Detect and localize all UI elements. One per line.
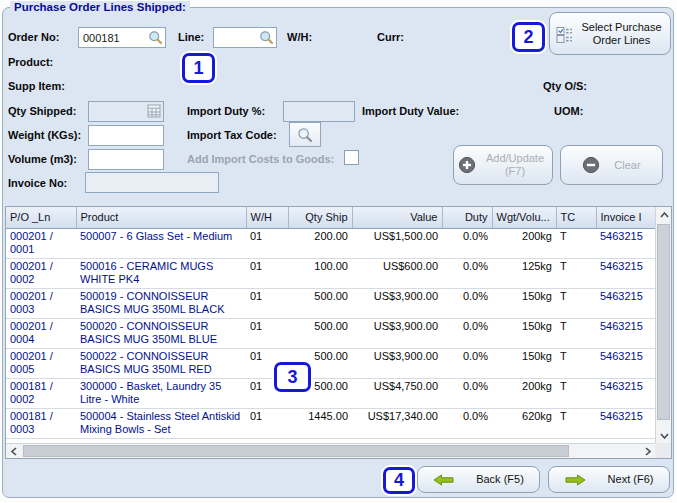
clear-button[interactable]: Clear: [560, 145, 663, 185]
horizontal-scrollbar[interactable]: [6, 443, 656, 458]
po-lines-table-grid: P/O _LnProductW/HQty ShipValueDutyWgt/Vo…: [6, 207, 657, 439]
clear-label: Clear: [614, 159, 640, 172]
add-update-button[interactable]: Add/Update (F7): [453, 145, 553, 185]
add-update-label: Add/Update (F7): [482, 152, 548, 178]
table-row[interactable]: 000201 / 0003500019 - CONNOISSEUR BASICS…: [6, 288, 656, 318]
cell-wgt_volume: 200kg: [492, 228, 556, 258]
order-no-search-icon[interactable]: [148, 30, 163, 49]
select-purchase-order-lines-label: Select Purchase Order Lines: [579, 21, 664, 47]
scroll-left-icon[interactable]: [6, 444, 22, 458]
cell-duty: 0.0%: [442, 318, 492, 348]
cell-po_ln: 000201 / 0001: [6, 228, 76, 258]
purchase-order-lines-shipped-window: Purchase Order Lines Shipped: Order No: …: [0, 0, 677, 503]
table-row[interactable]: 000201 / 0001500007 - 6 Glass Set - Medi…: [6, 228, 656, 258]
invoice-no-input[interactable]: [85, 172, 219, 193]
scrollbar-corner: [655, 443, 671, 458]
column-header-qty_ship[interactable]: Qty Ship: [288, 207, 352, 228]
cell-value: US$3,900.00: [352, 318, 442, 348]
product-label: Product:: [8, 56, 53, 68]
cell-product: 500007 - 6 Glass Set - Medium: [76, 228, 246, 258]
scroll-up-icon[interactable]: [656, 207, 672, 223]
order-no-label: Order No:: [8, 31, 59, 43]
import-duty-value-label: Import Duty Value:: [362, 105, 459, 117]
cell-po_ln: 000201 / 0002: [6, 258, 76, 288]
column-header-po_ln[interactable]: P/O _Ln: [6, 207, 76, 228]
cell-duty: 0.0%: [442, 258, 492, 288]
select-purchase-order-lines-button[interactable]: Select Purchase Order Lines: [549, 12, 671, 55]
group-box-title: Purchase Order Lines Shipped:: [10, 1, 190, 13]
cell-wgt_volume: 200kg: [492, 378, 556, 408]
column-header-wgt_volume[interactable]: Wgt/Volu...: [492, 207, 556, 228]
scroll-right-icon[interactable]: [640, 444, 656, 458]
arrow-left-icon: [433, 474, 454, 486]
cell-value: US$17,340.00: [352, 408, 442, 438]
cell-value: US$600.00: [352, 258, 442, 288]
annotation-badge-1: 1: [182, 53, 215, 83]
next-label: Next (F6): [608, 473, 654, 486]
line-label: Line:: [178, 31, 204, 43]
column-header-duty[interactable]: Duty: [442, 207, 492, 228]
cell-qty_ship: 500.00: [288, 318, 352, 348]
cell-value: US$3,900.00: [352, 288, 442, 318]
qty-os-label: Qty O/S:: [543, 80, 587, 92]
cell-qty_ship: 200.00: [288, 228, 352, 258]
volume-label: Volume (m3):: [8, 153, 77, 165]
checklist-icon: [556, 24, 573, 44]
cell-qty_ship: 1445.00: [288, 408, 352, 438]
cell-wh: 01: [246, 318, 288, 348]
column-header-tc[interactable]: TC: [556, 207, 596, 228]
calculator-icon[interactable]: [147, 104, 161, 122]
cell-value: US$4,750.00: [352, 378, 442, 408]
add-import-costs-checkbox[interactable]: [344, 150, 359, 165]
cell-invoice_no: 5463215: [596, 408, 656, 438]
cell-duty: 0.0%: [442, 348, 492, 378]
cell-po_ln: 000201 / 0005: [6, 348, 76, 378]
cell-value: US$1,500.00: [352, 228, 442, 258]
supp-item-label: Supp Item:: [8, 80, 65, 92]
cell-wgt_volume: 620kg: [492, 408, 556, 438]
cell-product: 500016 - CERAMIC MUGS WHITE PK4: [76, 258, 246, 288]
cell-invoice_no: 5463215: [596, 228, 656, 258]
annotation-badge-3: 3: [274, 362, 311, 392]
column-header-value[interactable]: Value: [352, 207, 442, 228]
table-row[interactable]: 000181 / 0002300000 - Basket, Laundry 35…: [6, 378, 656, 408]
cell-product: 500019 - CONNOISSEUR BASICS MUG 350ML BL…: [76, 288, 246, 318]
column-header-wh[interactable]: W/H: [246, 207, 288, 228]
cell-wh: 01: [246, 288, 288, 318]
table-row[interactable]: 000201 / 0004500020 - CONNOISSEUR BASICS…: [6, 318, 656, 348]
vertical-scrollbar-thumb[interactable]: [657, 224, 670, 420]
horizontal-scrollbar-thumb[interactable]: [23, 445, 569, 457]
curr-label: Curr:: [377, 31, 404, 43]
cell-duty: 0.0%: [442, 408, 492, 438]
add-import-costs-label: Add Import Costs to Goods:: [187, 153, 334, 165]
cell-product: 500022 - CONNOISSEUR BASICS MUG 350ML RE…: [76, 348, 246, 378]
cell-qty_ship: 100.00: [288, 258, 352, 288]
cell-invoice_no: 5463215: [596, 348, 656, 378]
po-lines-table: P/O _LnProductW/HQty ShipValueDutyWgt/Vo…: [5, 206, 672, 459]
import-duty-pct-input[interactable]: [283, 101, 355, 122]
next-button[interactable]: Next (F6): [548, 466, 670, 493]
table-header-row: P/O _LnProductW/HQty ShipValueDutyWgt/Vo…: [6, 207, 656, 228]
cell-tc: T: [556, 408, 596, 438]
scroll-down-icon[interactable]: [656, 428, 672, 444]
cell-invoice_no: 5463215: [596, 318, 656, 348]
table-row[interactable]: 000181 / 0003500004 - Stainless Steel An…: [6, 408, 656, 438]
table-row[interactable]: 000201 / 0002500016 - CERAMIC MUGS WHITE…: [6, 258, 656, 288]
line-search-icon[interactable]: [259, 30, 274, 49]
weight-input[interactable]: [88, 125, 164, 146]
cell-wgt_volume: 150kg: [492, 318, 556, 348]
cell-invoice_no: 5463215: [596, 258, 656, 288]
weight-label: Weight (KGs):: [8, 129, 81, 141]
annotation-badge-4: 4: [383, 467, 415, 494]
vertical-scrollbar[interactable]: [655, 207, 671, 444]
import-tax-code-label: Import Tax Code:: [187, 129, 277, 141]
column-header-product[interactable]: Product: [76, 207, 246, 228]
cell-tc: T: [556, 378, 596, 408]
back-button[interactable]: Back (F5): [417, 466, 540, 493]
import-tax-code-search-button[interactable]: [289, 122, 321, 147]
volume-input[interactable]: [88, 149, 164, 170]
column-header-invoice_no[interactable]: Invoice I: [596, 207, 656, 228]
table-row[interactable]: 000201 / 0005500022 - CONNOISSEUR BASICS…: [6, 348, 656, 378]
cell-product: 500020 - CONNOISSEUR BASICS MUG 350ML BL…: [76, 318, 246, 348]
arrow-right-icon: [565, 474, 586, 486]
